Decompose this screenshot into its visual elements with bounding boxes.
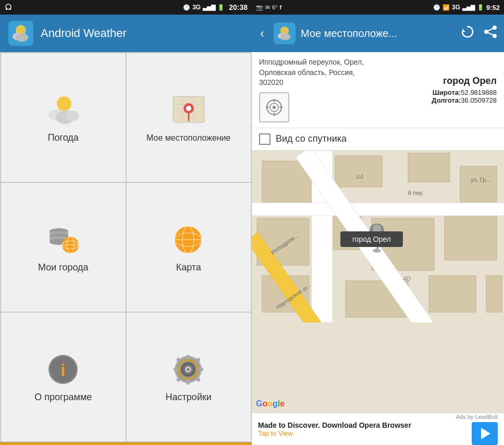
svg-point-61 <box>273 106 276 109</box>
settings-icon-container <box>168 351 210 388</box>
svg-text:i: i <box>60 361 65 379</box>
app-icon-right <box>274 22 296 44</box>
headset-icon <box>4 3 13 11</box>
facebook-icon: f <box>280 4 282 10</box>
map-container[interactable]: Ипподром... й пер. ул. Гр... Наугорское … <box>252 151 504 413</box>
satellite-row: Вид со спутника <box>252 128 504 151</box>
app-weather-icon <box>9 22 32 45</box>
grid-label-about: О программе <box>34 392 92 403</box>
network-label-left: 3G <box>192 4 201 11</box>
svg-point-6 <box>57 96 71 111</box>
grid-label-cities: Мои города <box>38 262 89 273</box>
status-right-time-area: 🕐 📶 3G ▃▅▇ 🔋 9:52 <box>433 4 500 11</box>
grid-item-weather[interactable]: Погода <box>1 53 126 182</box>
svg-point-48 <box>187 368 190 371</box>
svg-line-58 <box>486 32 495 36</box>
gps-button[interactable] <box>259 92 289 122</box>
svg-rect-78 <box>486 276 502 312</box>
status-bar-right: 📷 ✉ 6° f 🕐 📶 3G ▃▅▇ 🔋 9:52 <box>252 0 504 15</box>
status-right-left: 🕐 3G ▃▅▇ 🔋 20:38 <box>183 3 248 11</box>
grid-label-map: Карта <box>176 262 201 273</box>
ad-subtitle: Tap to View <box>258 429 451 437</box>
ad-source: Ads by LeadBolt <box>456 414 498 420</box>
cities-icon-container <box>42 221 84 258</box>
longitude-label: Долгота: <box>432 96 461 104</box>
grid-item-location[interactable]: Мое местоположение <box>127 53 251 182</box>
google-logo: Google <box>256 399 285 409</box>
back-button[interactable]: ‹ <box>256 26 268 41</box>
svg-rect-77 <box>429 276 476 312</box>
grid-container: Погода Мое местоположение <box>0 52 252 442</box>
grid-item-settings[interactable]: Настройки <box>127 313 251 441</box>
svg-point-9 <box>66 110 79 121</box>
ad-text-area: Made to Discover. Download Opera Browser… <box>258 421 451 437</box>
longitude-value: 36.0509728 <box>461 96 497 104</box>
location-info-section: Ипподромный переулок, Орел, Орловская об… <box>252 52 504 128</box>
left-panel: 🕐 3G ▃▅▇ 🔋 20:38 Android Weather <box>0 0 252 445</box>
ad-banner[interactable]: Made to Discover. Download Opera Browser… <box>252 413 504 445</box>
svg-rect-70 <box>460 166 497 203</box>
app-title-left: Android Weather <box>41 27 127 40</box>
ad-play-button[interactable] <box>472 422 498 445</box>
svg-rect-74 <box>445 213 497 260</box>
globe-svg <box>169 223 208 257</box>
latitude-value: 52.9819888 <box>461 89 497 96</box>
grid-item-cities[interactable]: Мои города <box>1 183 126 312</box>
grid-label-weather: Погода <box>48 132 79 143</box>
mail-icon: ✉ <box>265 4 270 11</box>
share-button[interactable] <box>481 22 500 44</box>
grid-item-map[interactable]: Карта <box>127 183 251 312</box>
svg-point-52 <box>280 33 291 40</box>
grid-item-about[interactable]: i О программе <box>1 313 126 441</box>
refresh-button[interactable] <box>458 22 477 45</box>
svg-point-16 <box>186 106 191 111</box>
settings-svg <box>171 353 205 387</box>
signal-bars-right: ▃▅▇ <box>462 4 475 11</box>
network-label-right: 3G <box>452 4 460 11</box>
temp-badge: 6° <box>272 4 278 10</box>
svg-point-5 <box>16 33 28 42</box>
app-header-left: Android Weather <box>0 15 252 52</box>
header-actions <box>458 22 500 45</box>
longitude-row: Долгота:36.0509728 <box>432 96 497 104</box>
map-svg: Ипподром... й пер. ул. Гр... Наугорское … <box>252 151 504 323</box>
wifi-icon: 📶 <box>442 4 450 11</box>
battery-icon-left: 🔋 <box>217 4 225 11</box>
svg-rect-2 <box>10 8 11 10</box>
bottom-bar-left <box>0 442 252 445</box>
play-triangle-icon <box>481 428 490 439</box>
location-text: Ипподромный переулок, Орел, Орловская об… <box>259 57 425 122</box>
svg-marker-53 <box>462 29 465 32</box>
clock-icon-left: 🕐 <box>183 4 190 11</box>
svg-text:й пер.: й пер. <box>408 190 424 196</box>
svg-rect-68 <box>335 156 382 187</box>
map-icon-container <box>168 221 210 258</box>
svg-text:44: 44 <box>356 173 363 181</box>
satellite-label: Вид со спутника <box>276 133 347 144</box>
satellite-checkbox[interactable] <box>259 133 271 145</box>
svg-rect-38 <box>187 379 190 385</box>
weather-cloud-svg <box>42 93 84 127</box>
status-bar-left: 🕐 3G ▃▅▇ 🔋 20:38 <box>0 0 252 15</box>
page-title-right: Мое местоположе... <box>301 28 453 40</box>
status-icons-right: 📷 ✉ 6° f <box>256 4 281 11</box>
db-globe-svg <box>42 223 84 257</box>
app-header-right: ‹ Мое местоположе... <box>252 15 504 52</box>
time-left: 20:38 <box>229 3 248 11</box>
svg-text:ул. Гр...: ул. Гр... <box>471 177 490 183</box>
status-icons-left <box>4 3 13 11</box>
signal-bars-left: ▃▅▇ <box>203 4 215 11</box>
city-name: город Орел <box>439 76 497 86</box>
location-icon-container <box>168 93 210 129</box>
app-icon-left <box>8 21 33 46</box>
clock-icon-right: 🕐 <box>433 4 440 11</box>
svg-rect-40 <box>198 368 203 371</box>
svg-text:город Орел: город Орел <box>352 235 391 243</box>
svg-rect-80 <box>252 203 504 216</box>
info-svg: i <box>46 353 80 387</box>
gps-target-icon <box>265 98 284 117</box>
battery-icon-right: 🔋 <box>477 4 484 11</box>
screenshot-icon: 📷 <box>256 4 263 11</box>
about-icon-container: i <box>42 351 84 388</box>
share-icon <box>483 24 498 39</box>
